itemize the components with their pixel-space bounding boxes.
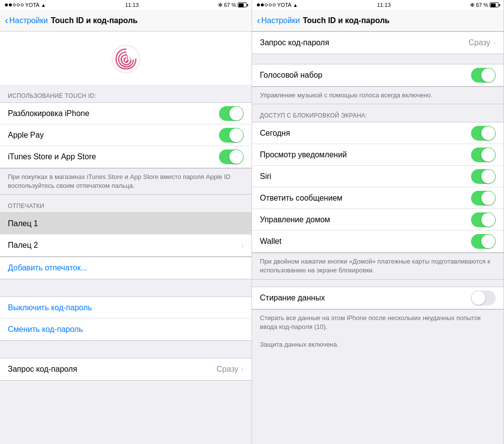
page-title: Touch ID и код-пароль [51, 16, 138, 25]
voice-toggle[interactable] [471, 68, 496, 83]
add-print-row[interactable]: Добавить отпечаток... [0, 257, 252, 279]
notifications-toggle[interactable] [471, 148, 496, 162]
back-chevron-icon: ‹ [5, 15, 8, 25]
disable-passcode-row[interactable]: Выключить код-пароль [0, 297, 252, 319]
passcode-group: Запрос код-пароля Сразу › [0, 358, 252, 381]
divider3 [252, 280, 504, 287]
store-description: При покупках в магазинах iTunes Store и … [0, 168, 252, 195]
voice-group: Голосовой набор [252, 64, 504, 87]
signal-dot-5 [273, 3, 276, 6]
right-content: Запрос код-пароля Сразу › Голосовой набо… [252, 31, 504, 444]
reply-label: Ответить сообщением [260, 194, 343, 203]
erase-toggle[interactable] [471, 291, 496, 305]
toggle-knob [481, 68, 495, 82]
left-panel: YOTA ▲ 11:13 ✻ 67 % ‹ Настройки Touch ID… [0, 0, 252, 444]
passcode-request-row[interactable]: Запрос код-пароля Сразу › [0, 358, 252, 380]
notifications-label: Просмотр уведомлений [260, 150, 347, 159]
voice-label: Голосовой набор [260, 71, 322, 80]
passcode-value: Сразу [469, 38, 490, 47]
finger2-label: Палец 2 [8, 241, 38, 250]
disable-passcode-label[interactable]: Выключить код-пароль [8, 303, 92, 312]
finger1-row[interactable]: Палец 1 › [0, 213, 252, 235]
signal-dot-4 [269, 3, 272, 6]
carrier-name: YOTA [25, 2, 39, 8]
passcode-request-label: Запрос код-пароля [8, 365, 77, 374]
erase-desc-1: Стирать все данные на этом iPhone после … [260, 314, 481, 330]
divider [252, 54, 504, 64]
back-button[interactable]: ‹ Настройки [257, 16, 300, 25]
battery-icon [490, 2, 499, 7]
carrier-name: YOTA [277, 2, 291, 8]
wallet-description: При двойном нажатии кнопки «Домой» плате… [252, 253, 504, 279]
time-display: 11:13 [125, 2, 139, 8]
bluetooth-icon: ✻ [218, 2, 222, 8]
toggle-knob [229, 150, 243, 164]
battery-fill [239, 3, 244, 7]
reply-toggle[interactable] [471, 191, 496, 206]
signal-dot-1 [257, 3, 260, 6]
home-control-toggle[interactable] [471, 212, 496, 227]
passcode-right: Сразу › [469, 38, 496, 47]
left-status-bar: YOTA ▲ 11:13 ✻ 67 % [0, 0, 252, 10]
today-label: Сегодня [260, 129, 290, 138]
battery-percent: 67 % [476, 2, 488, 8]
wifi-icon: ▲ [293, 2, 298, 8]
itunes-row: iTunes Store и App Store [0, 146, 252, 168]
finger1-label: Палец 1 [8, 219, 38, 228]
itunes-toggle[interactable] [219, 149, 244, 164]
status-left: YOTA ▲ [5, 2, 46, 8]
touch-id-group: Разблокировка iPhone Apple Pay iTunes St… [0, 102, 252, 168]
apple-pay-row: Apple Pay [0, 124, 252, 146]
fingerprint-section [0, 31, 252, 85]
right-status-bar: YOTA ▲ 11:13 ✻ 67 % [252, 0, 504, 10]
status-right: ✻ 67 % [218, 2, 247, 8]
today-toggle[interactable] [471, 126, 496, 141]
signal-dot-2 [261, 3, 264, 6]
back-label[interactable]: Настройки [9, 16, 48, 25]
prints-header: ОТПЕЧАТКИ [0, 195, 252, 212]
chevron-right-icon: › [493, 39, 496, 47]
status-left: YOTA ▲ [257, 2, 298, 8]
page-title: Touch ID и код-пароль [303, 16, 390, 25]
signal-dot-4 [17, 3, 20, 6]
siri-row: Siri [252, 166, 504, 187]
lock-screen-group: Сегодня Просмотр уведомлений Siri Ответи… [252, 122, 504, 253]
back-label[interactable]: Настройки [261, 16, 300, 25]
passcode-group-top: Запрос код-пароля Сразу › [252, 31, 504, 54]
erase-group: Стирание данных [252, 287, 504, 309]
signal-dot-3 [13, 3, 16, 6]
right-nav-bar: ‹ Настройки Touch ID и код-пароль [252, 10, 504, 31]
battery-icon [238, 2, 247, 7]
notifications-row: Просмотр уведомлений [252, 144, 504, 166]
signal-dots [257, 3, 276, 6]
touch-id-header: ИСПОЛЬЗОВАНИЕ TOUCH ID: [0, 85, 252, 102]
passcode-request-top-row[interactable]: Запрос код-пароля Сразу › [252, 32, 504, 54]
finger2-row[interactable]: Палец 2 › [0, 235, 252, 256]
wallet-row: Wallet [252, 231, 504, 252]
back-chevron-icon: ‹ [257, 15, 260, 25]
apple-pay-toggle[interactable] [219, 128, 244, 143]
toggle-knob [229, 128, 243, 142]
add-print-label[interactable]: Добавить отпечаток... [8, 264, 87, 272]
siri-label: Siri [260, 172, 271, 181]
change-passcode-row[interactable]: Сменить код-пароль [0, 319, 252, 340]
unlock-row: Разблокировка iPhone [0, 103, 252, 124]
voice-row: Голосовой набор [252, 64, 504, 86]
siri-toggle[interactable] [471, 169, 496, 184]
right-panel: YOTA ▲ 11:13 ✻ 67 % ‹ Настройки Touch ID… [252, 0, 504, 444]
unlock-label: Разблокировка iPhone [8, 109, 90, 118]
back-button[interactable]: ‹ Настройки [5, 16, 48, 25]
toggle-knob [481, 235, 495, 248]
divider2 [0, 341, 252, 358]
wallet-toggle[interactable] [471, 234, 496, 249]
toggle-knob [481, 126, 495, 140]
wifi-icon: ▲ [41, 2, 46, 8]
signal-dot-3 [265, 3, 268, 6]
battery-fill [491, 3, 496, 7]
erase-row: Стирание данных [252, 287, 504, 309]
left-content: ИСПОЛЬЗОВАНИЕ TOUCH ID: Разблокировка iP… [0, 31, 252, 444]
change-passcode-label[interactable]: Сменить код-пароль [8, 325, 83, 334]
toggle-knob [472, 291, 485, 305]
unlock-toggle[interactable] [219, 106, 244, 121]
links-group: Выключить код-пароль Сменить код-пароль [0, 296, 252, 341]
